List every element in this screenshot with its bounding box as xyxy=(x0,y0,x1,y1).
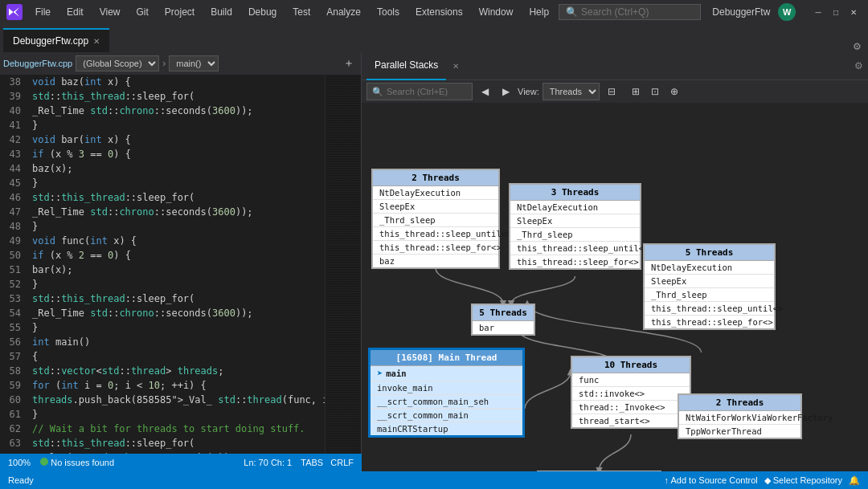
code-area[interactable]: void baz(int x) { std::this_thread::slee… xyxy=(26,75,325,471)
thread-node-node1[interactable]: 2 ThreadsNtDelayExecutionSleepEx_Thrd_sl… xyxy=(371,169,500,269)
parallel-second-toolbar: 🔍 ◀ ▶ View: Threads ⊟ ⊞ ⊡ ⊕ xyxy=(362,80,868,103)
minimap xyxy=(325,75,361,471)
menu-extensions[interactable]: Extensions xyxy=(409,5,469,19)
thread-stack-item: bar xyxy=(473,321,534,334)
tab-close-button[interactable]: ✕ xyxy=(93,37,100,46)
menu-search-input[interactable] xyxy=(581,6,678,18)
code-line: int main() xyxy=(32,335,325,349)
thread-stack-item: func xyxy=(572,373,690,387)
editor-pane: DebuggerFtw.cpp (Global Scope) › main() … xyxy=(0,52,362,471)
thread-stack-item: NtDelayExecution xyxy=(510,201,640,214)
thread-stack-item: std::invoke<> xyxy=(572,387,690,401)
thread-node-node3[interactable]: 5 ThreadsNtDelayExecutionSleepEx_Thrd_sl… xyxy=(643,243,776,330)
thread-node-node2[interactable]: 3 ThreadsNtDelayExecutionSleepEx_Thrd_sl… xyxy=(509,183,641,270)
thread-node-header: 10 Threads xyxy=(572,357,690,373)
thread-stack-item: ➤ main xyxy=(371,366,522,381)
nav-back-button[interactable]: ◀ xyxy=(476,83,493,100)
menu-file[interactable]: File xyxy=(29,5,57,19)
thread-node-header: 3 Threads xyxy=(510,185,640,201)
parallel-search-input[interactable] xyxy=(387,87,467,96)
settings-icon[interactable]: ⊕ xyxy=(665,83,683,100)
editor-content: 3839404142434445464748495051525354555657… xyxy=(0,75,361,471)
status-bar: Ready ↑ Add to Source Control ◆ Select R… xyxy=(0,471,868,489)
parallel-search-box[interactable]: 🔍 xyxy=(366,83,473,100)
user-avatar: W xyxy=(778,3,796,21)
parallel-stacks-tab[interactable]: Parallel Stacks xyxy=(366,52,446,80)
menu-test[interactable]: Test xyxy=(286,5,317,19)
thread-stack-item: NtWaitForWorkViaWorkerFactory xyxy=(679,411,800,425)
nav-forward-button[interactable]: ▶ xyxy=(497,83,514,100)
thread-stack-item: SleepEx xyxy=(510,214,640,228)
thread-stack-item: SleepEx xyxy=(645,275,774,288)
thread-stack-item: TppWorkerThread xyxy=(679,425,800,438)
editor-toolbar: DebuggerFtw.cpp (Global Scope) › main() … xyxy=(0,52,361,75)
thread-stack-item: NtDelayExecution xyxy=(645,261,774,275)
thread-node-header: 2 Threads xyxy=(679,395,800,411)
menu-git[interactable]: Git xyxy=(129,5,154,19)
scope-dropdown[interactable]: (Global Scope) xyxy=(76,55,159,71)
tab-label: DebuggerFtw.cpp xyxy=(13,35,88,47)
menu-help[interactable]: Help xyxy=(522,5,555,19)
tab-gear-icon[interactable]: ⚙ xyxy=(850,41,865,52)
code-line: _Rel_Time std::chrono::seconds(3600)); xyxy=(32,306,325,320)
menu-build[interactable]: Build xyxy=(204,5,239,19)
code-line: } xyxy=(32,407,325,422)
zoom-fit-icon[interactable]: ⊡ xyxy=(646,83,664,100)
function-dropdown[interactable]: main() xyxy=(169,55,219,71)
menu-view[interactable]: View xyxy=(93,5,127,19)
thread-node-node8[interactable]: 13 ThreadsBaseThreadInitThunkRtlUserThre… xyxy=(537,471,661,471)
thread-stack-item: __scrt_common_main xyxy=(371,409,522,422)
select-repo-button[interactable]: ◆ Select Repository xyxy=(764,475,842,486)
breadcrumb-file: DebuggerFtw.cpp xyxy=(3,59,72,68)
menu-tools[interactable]: Tools xyxy=(371,5,406,19)
line-col-info: Ln: 70 Ch: 1 TABS CRLF xyxy=(244,458,354,467)
thread-stack-item: this_thread::sleep_until<> xyxy=(510,242,640,255)
code-line: } xyxy=(32,219,325,234)
view-dropdown[interactable]: Threads xyxy=(542,83,600,100)
code-line: for (int i = 0; i < 10; ++i) { xyxy=(32,378,325,393)
parallel-tab-close[interactable]: ✕ xyxy=(452,62,459,71)
thread-stack-item: thread_start<> xyxy=(572,414,690,427)
thread-stack-item: __scrt_common_main_seh xyxy=(371,395,522,409)
code-line: void bar(int x) { xyxy=(32,132,325,147)
thread-node-header: 2 Threads xyxy=(373,170,498,186)
parallel-search-icon: 🔍 xyxy=(372,87,383,97)
parallel-canvas[interactable]: 2 ThreadsNtDelayExecutionSleepEx_Thrd_sl… xyxy=(362,103,868,471)
editor-tab-row: DebuggerFtw.cpp ✕ ⚙ xyxy=(0,24,868,52)
menu-debug[interactable]: Debug xyxy=(242,5,283,19)
restore-button[interactable]: □ xyxy=(828,4,844,20)
status-ok-icon xyxy=(40,458,48,466)
code-line: } xyxy=(32,277,325,291)
thread-stack-item: _Thrd_sleep xyxy=(373,214,498,227)
thread-stack-item: _Thrd_sleep xyxy=(510,228,640,242)
minimize-button[interactable]: ─ xyxy=(810,4,826,20)
source-control-button[interactable]: ↑ Add to Source Control xyxy=(665,475,758,485)
code-line: std::this_thread::sleep_for( xyxy=(32,291,325,306)
code-line: bar(x); xyxy=(32,263,325,277)
thread-node-node6[interactable]: 10 Threadsfuncstd::invoke<>thread::_Invo… xyxy=(571,356,691,429)
thread-stack-item: this_thread::sleep_for<> xyxy=(510,255,640,268)
menu-search-box[interactable]: 🔍 xyxy=(559,4,701,20)
code-line: void baz(int x) { xyxy=(32,75,325,89)
thread-node-node5[interactable]: [16508] Main Thread➤ maininvoke_main__sc… xyxy=(368,348,525,438)
thread-stack-item: this_thread::sleep_until<> xyxy=(373,227,498,241)
parallel-settings-icon[interactable]: ⚙ xyxy=(854,60,863,71)
close-button[interactable]: ✕ xyxy=(845,4,862,20)
code-line: if (x % 3 == 0) { xyxy=(32,147,325,161)
editor-tab-cpp[interactable]: DebuggerFtw.cpp ✕ xyxy=(3,28,109,52)
layout-icon[interactable]: ⊞ xyxy=(627,83,645,100)
menu-window[interactable]: Window xyxy=(473,5,520,19)
notification-icon[interactable]: 🔔 xyxy=(849,475,860,486)
thread-stack-item: this_thread::sleep_for<> xyxy=(645,316,774,328)
menu-analyze[interactable]: Analyze xyxy=(320,5,367,19)
zoom-level: 100% xyxy=(8,458,31,467)
no-issues-indicator: No issues found xyxy=(40,458,114,467)
thread-node-node7[interactable]: 2 ThreadsNtWaitForWorkViaWorkerFactoryTp… xyxy=(678,393,802,439)
thread-node-node4[interactable]: 5 Threadsbar xyxy=(471,304,535,336)
filter-icon[interactable]: ⊟ xyxy=(603,83,620,100)
menu-edit[interactable]: Edit xyxy=(60,5,90,19)
thread-stack-item: SleepEx xyxy=(373,200,498,214)
add-button[interactable]: ＋ xyxy=(340,56,358,71)
menu-project[interactable]: Project xyxy=(158,5,201,19)
thread-stack-item: this_thread::sleep_for<> xyxy=(373,241,498,255)
